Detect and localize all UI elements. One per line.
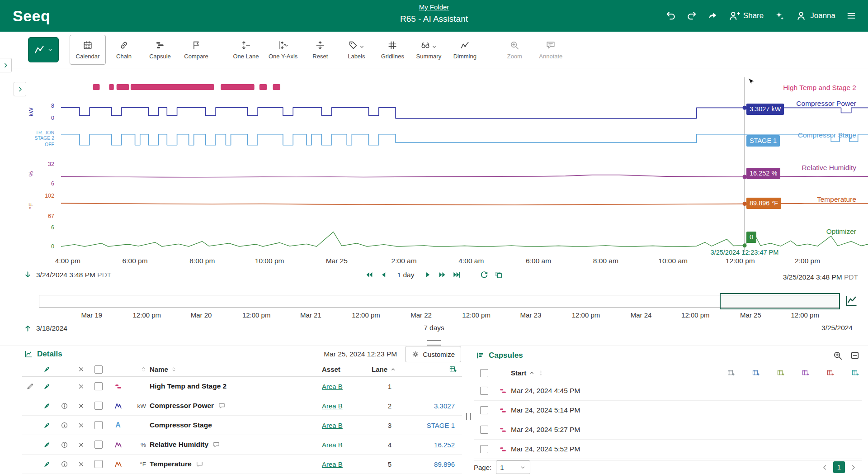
close-icon[interactable] bbox=[77, 402, 85, 410]
comment-icon[interactable] bbox=[196, 460, 203, 468]
kebab-icon[interactable] bbox=[538, 370, 544, 376]
toolbar-button-capsule[interactable]: Capsule bbox=[142, 35, 178, 65]
capsule-bar[interactable] bbox=[259, 84, 267, 90]
close-icon[interactable] bbox=[77, 460, 85, 468]
view-mode-button[interactable] bbox=[28, 37, 59, 62]
column-header-start[interactable]: Start bbox=[511, 369, 544, 377]
expand-lane-panel-button[interactable] bbox=[14, 82, 26, 96]
share-button[interactable]: Share bbox=[728, 10, 764, 22]
details-row-high-temp-and-stage-2[interactable]: High Temp and Stage 2Area B1 bbox=[22, 377, 462, 396]
page-size-select[interactable]: 1 bbox=[496, 460, 530, 474]
toolbar-button-gridlines[interactable]: Gridlines bbox=[374, 35, 410, 65]
page-active-button[interactable]: 1 bbox=[833, 461, 845, 473]
rocket-icon[interactable] bbox=[43, 422, 51, 429]
row-checkbox[interactable] bbox=[94, 441, 103, 449]
arrow-down-icon[interactable] bbox=[24, 270, 32, 279]
vertical-splitter[interactable] bbox=[462, 346, 474, 474]
capsule-checkbox[interactable] bbox=[480, 406, 488, 414]
skip-back-icon[interactable] bbox=[365, 270, 374, 279]
zoom-in-icon[interactable] bbox=[833, 351, 843, 360]
row-checkbox[interactable] bbox=[94, 460, 103, 468]
breadcrumb[interactable]: My Folder bbox=[419, 3, 449, 11]
refresh-icon[interactable] bbox=[480, 270, 488, 279]
rocket-icon[interactable] bbox=[43, 460, 51, 468]
add-column-grey-icon[interactable] bbox=[727, 369, 735, 377]
step-back-icon[interactable] bbox=[380, 270, 388, 279]
horizontal-splitter[interactable] bbox=[427, 340, 441, 346]
rocket-icon[interactable] bbox=[43, 383, 51, 390]
asset-link[interactable]: Area B bbox=[322, 402, 343, 410]
details-row-relative-humidity[interactable]: %Relative HumidityArea B416.252 bbox=[22, 435, 462, 455]
capsule-row[interactable]: Mar 24, 2024 5:52 PM bbox=[474, 440, 862, 459]
select-all-checkbox[interactable] bbox=[94, 365, 103, 374]
expand-left-panel-button[interactable] bbox=[0, 58, 12, 72]
rocket-icon[interactable] bbox=[43, 441, 51, 449]
user-menu[interactable]: Joanna bbox=[795, 10, 835, 22]
comment-icon[interactable] bbox=[218, 402, 226, 410]
overview-chart-icon[interactable] bbox=[844, 294, 858, 308]
row-checkbox[interactable] bbox=[94, 421, 103, 429]
toolbar-button-annotate[interactable]: Annotate bbox=[533, 35, 569, 65]
copy-range-icon[interactable] bbox=[494, 270, 503, 279]
capsule-row[interactable]: Mar 24, 2024 5:27 PM bbox=[474, 420, 862, 440]
capsule-row[interactable]: Mar 24, 2024 4:45 PM bbox=[474, 381, 862, 401]
sparkle-icon[interactable] bbox=[774, 11, 784, 21]
toolbar-button-one-y-axis[interactable]: One Y-Axis bbox=[264, 35, 302, 65]
remove-all-icon[interactable] bbox=[77, 365, 85, 373]
toolbar-button-one-lane[interactable]: One Lane bbox=[228, 35, 264, 65]
info-icon[interactable] bbox=[61, 460, 68, 468]
collapse-panel-icon[interactable] bbox=[850, 351, 860, 360]
redo-icon[interactable] bbox=[687, 11, 697, 21]
capsule-bar[interactable] bbox=[109, 84, 113, 90]
skip-forward-icon[interactable] bbox=[438, 270, 446, 279]
add-column-icon[interactable] bbox=[449, 365, 457, 373]
row-checkbox[interactable] bbox=[94, 382, 103, 390]
toolbar-button-summary[interactable]: Summary bbox=[410, 35, 447, 65]
add-column-blue-icon[interactable] bbox=[752, 369, 760, 377]
step-forward-icon[interactable] bbox=[423, 270, 432, 279]
capsule-checkbox[interactable] bbox=[480, 445, 488, 453]
capsule-bar[interactable] bbox=[131, 84, 214, 90]
share-forward-icon[interactable] bbox=[708, 11, 717, 21]
row-checkbox[interactable] bbox=[94, 402, 103, 410]
capsule-checkbox[interactable] bbox=[480, 426, 488, 434]
column-header-name[interactable]: Name bbox=[150, 365, 177, 373]
hamburger-menu-icon[interactable] bbox=[846, 11, 856, 21]
pager-next-icon[interactable] bbox=[849, 464, 857, 471]
asset-link[interactable]: Area B bbox=[322, 422, 343, 429]
add-column-olive-icon[interactable] bbox=[777, 369, 784, 377]
toolbar-button-dimming[interactable]: Dimming bbox=[447, 35, 483, 65]
asset-link[interactable]: Area B bbox=[322, 383, 343, 390]
details-row-compressor-power[interactable]: kWCompressor PowerArea B23.3027 bbox=[22, 396, 462, 416]
toolbar-button-reset[interactable]: Reset bbox=[302, 35, 338, 65]
rocket-icon[interactable] bbox=[43, 402, 51, 410]
seeq-logo[interactable]: Seeq bbox=[13, 7, 50, 25]
add-column-purple-icon[interactable] bbox=[802, 369, 809, 377]
add-column-teal-icon[interactable] bbox=[851, 369, 859, 377]
info-icon[interactable] bbox=[61, 402, 68, 410]
column-header-asset[interactable]: Asset bbox=[322, 365, 340, 373]
sort-icon[interactable] bbox=[140, 366, 147, 373]
toolbar-button-chain[interactable]: Chain bbox=[106, 35, 142, 65]
capsule-bar[interactable] bbox=[221, 84, 254, 90]
comment-icon[interactable] bbox=[212, 441, 220, 449]
toolbar-button-calendar[interactable]: Calendar bbox=[70, 35, 106, 65]
rocket-icon[interactable] bbox=[43, 365, 51, 373]
details-row-compressor-stage[interactable]: ACompressor StageArea B3STAGE 1 bbox=[22, 416, 462, 435]
info-icon[interactable] bbox=[61, 422, 68, 429]
asset-link[interactable]: Area B bbox=[322, 460, 343, 468]
close-icon[interactable] bbox=[77, 441, 85, 449]
skip-end-icon[interactable] bbox=[452, 270, 461, 279]
range-duration[interactable]: 1 day bbox=[397, 271, 415, 279]
capsule-row[interactable]: Mar 24, 2024 5:14 PM bbox=[474, 401, 862, 420]
overview-selection[interactable] bbox=[720, 293, 840, 309]
add-column-red-icon[interactable] bbox=[826, 369, 834, 377]
trend-chart-svg[interactable] bbox=[0, 68, 868, 277]
capsule-bar[interactable] bbox=[273, 84, 280, 90]
undo-icon[interactable] bbox=[666, 11, 676, 21]
asset-link[interactable]: Area B bbox=[322, 441, 343, 449]
toolbar-button-zoom[interactable]: Zoom bbox=[496, 35, 533, 65]
close-icon[interactable] bbox=[77, 383, 85, 390]
details-row-temperature[interactable]: °FTemperatureArea B589.896 bbox=[22, 455, 462, 474]
select-all-capsules-checkbox[interactable] bbox=[480, 369, 488, 377]
